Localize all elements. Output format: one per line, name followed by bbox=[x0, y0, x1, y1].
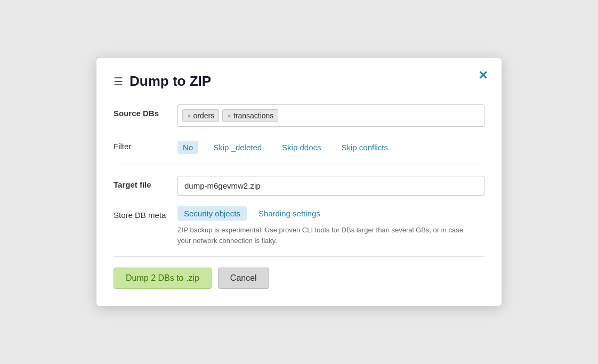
divider-1 bbox=[114, 165, 484, 165]
dump-to-zip-dialog: ✕ ☰ Dump to ZIP Source DBs × orders × tr… bbox=[96, 58, 502, 306]
meta-note: ZIP backup is experimental. Use proven C… bbox=[177, 225, 476, 246]
dialog-header: ☰ Dump to ZIP bbox=[114, 73, 484, 90]
filter-label: Filter bbox=[114, 137, 177, 151]
close-button[interactable]: ✕ bbox=[475, 68, 491, 84]
tag-transactions-label: transactions bbox=[233, 111, 273, 120]
target-file-input[interactable] bbox=[177, 176, 484, 196]
store-db-meta-label: Store DB meta bbox=[114, 206, 177, 220]
source-dbs-input[interactable]: × orders × transactions bbox=[177, 104, 484, 127]
store-db-meta-control: Security objects Sharding settings ZIP b… bbox=[177, 206, 484, 246]
filter-row: Filter No Skip _deleted Skip ddocs Skip … bbox=[114, 137, 484, 154]
source-dbs-row: Source DBs × orders × transactions bbox=[114, 104, 484, 127]
tag-orders[interactable]: × orders bbox=[182, 109, 219, 122]
action-row: Dump 2 DBs to .zip Cancel bbox=[114, 268, 484, 289]
hamburger-icon: ☰ bbox=[114, 76, 123, 87]
dialog-title: Dump to ZIP bbox=[130, 73, 211, 90]
filter-no-button[interactable]: No bbox=[177, 141, 198, 154]
filter-control: No Skip _deleted Skip ddocs Skip conflic… bbox=[177, 137, 484, 154]
filter-skip-conflicts-button[interactable]: Skip conflicts bbox=[336, 141, 393, 154]
cancel-button[interactable]: Cancel bbox=[218, 268, 269, 289]
filter-skip-ddocs-button[interactable]: Skip ddocs bbox=[277, 141, 326, 154]
filter-skip-deleted-button[interactable]: Skip _deleted bbox=[208, 141, 267, 154]
dump-button[interactable]: Dump 2 DBs to .zip bbox=[114, 268, 212, 289]
store-db-meta-row: Store DB meta Security objects Sharding … bbox=[114, 206, 484, 246]
tag-transactions[interactable]: × transactions bbox=[222, 109, 278, 122]
meta-sharding-settings-button[interactable]: Sharding settings bbox=[252, 206, 327, 221]
source-dbs-label: Source DBs bbox=[114, 104, 177, 118]
meta-security-objects-button[interactable]: Security objects bbox=[177, 206, 247, 221]
source-dbs-control: × orders × transactions bbox=[177, 104, 484, 127]
tag-transactions-remove[interactable]: × bbox=[227, 112, 231, 120]
target-file-control bbox=[177, 176, 484, 196]
filter-group: No Skip _deleted Skip ddocs Skip conflic… bbox=[177, 137, 484, 154]
divider-2 bbox=[114, 256, 484, 257]
tag-orders-label: orders bbox=[193, 111, 215, 120]
meta-group: Security objects Sharding settings bbox=[177, 206, 484, 221]
tag-orders-remove[interactable]: × bbox=[187, 112, 191, 120]
target-file-label: Target file bbox=[114, 176, 177, 189]
target-file-row: Target file bbox=[114, 176, 484, 196]
